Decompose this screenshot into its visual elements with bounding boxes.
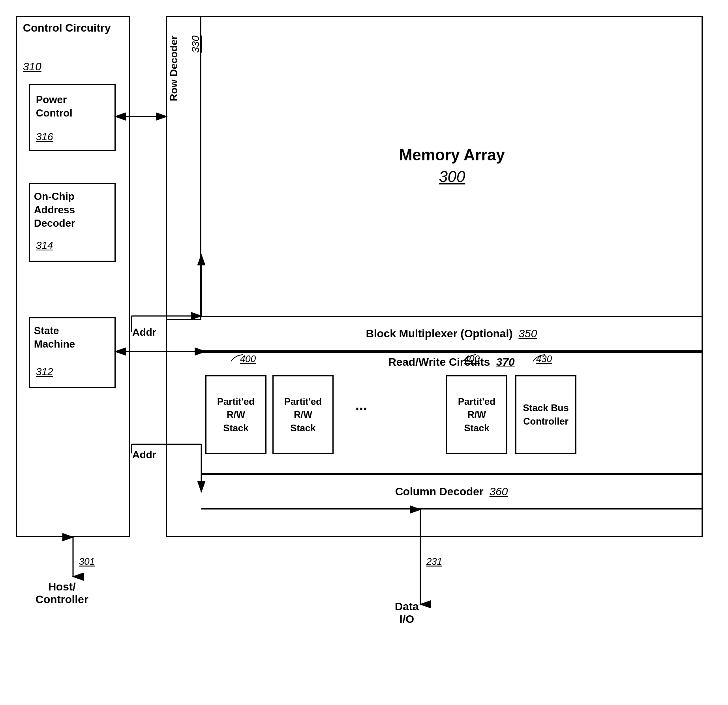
data-io-label: DataI/O — [395, 600, 419, 626]
rw-stack-box-3: Partit'edR/WStack — [446, 375, 507, 454]
rw-circuits-label: Read/Write Circuits 370 — [388, 356, 514, 368]
row-decoder-label: Row Decoder — [168, 36, 180, 101]
address-decoder-box: On-ChipAddressDecoder 314 — [29, 183, 116, 262]
control-circuitry-number: 310 — [23, 60, 41, 73]
memory-array-label-area: Memory Array 300 — [201, 16, 703, 316]
power-control-label: PowerControl — [36, 93, 72, 120]
control-circuitry-box: Control Circuitry 310 PowerControl 316 O… — [16, 16, 130, 537]
rw-stack-number-1: 400 — [240, 353, 256, 365]
block-mux-row: Block Multiplexer (Optional) 350 — [201, 316, 703, 352]
host-ref: 301 — [79, 556, 95, 567]
memory-array-label: Memory Array — [399, 146, 505, 164]
block-mux-label: Block Multiplexer (Optional) — [366, 327, 513, 340]
rw-stack-box-2: Partit'edR/WStack — [272, 375, 334, 454]
stack-bus-number: 430 — [536, 353, 552, 365]
state-machine-label: StateMachine — [34, 324, 75, 351]
power-control-box: PowerControl 316 — [29, 84, 116, 151]
column-decoder-number: 360 — [490, 485, 508, 498]
control-circuitry-label: Control Circuitry — [23, 21, 111, 35]
memory-array-number: 300 — [439, 168, 465, 186]
host-controller-label: Host/Controller — [36, 581, 88, 606]
rw-stack-number-2: 400 — [464, 353, 480, 365]
power-control-number: 316 — [36, 131, 53, 143]
stack-bus-controller-box: Stack BusController — [515, 375, 576, 454]
column-decoder-row: Column Decoder 360 — [201, 474, 703, 509]
state-machine-box: StateMachine 312 — [29, 317, 116, 388]
diagram-container: Control Circuitry 310 PowerControl 316 O… — [16, 16, 712, 687]
column-decoder-label: Column Decoder — [395, 485, 484, 498]
address-decoder-label: On-ChipAddressDecoder — [34, 190, 75, 230]
ellipsis: ... — [355, 397, 367, 414]
rw-stack-box-1: Partit'edR/WStack — [205, 375, 266, 454]
row-decoder-number: 330 — [190, 36, 202, 53]
addr-label-2: Addr — [132, 449, 156, 461]
data-io-ref: 231 — [426, 556, 442, 567]
block-mux-number: 350 — [519, 327, 537, 340]
address-decoder-number: 314 — [36, 239, 53, 252]
state-machine-number: 312 — [36, 366, 53, 378]
addr-label-1: Addr — [132, 326, 156, 338]
